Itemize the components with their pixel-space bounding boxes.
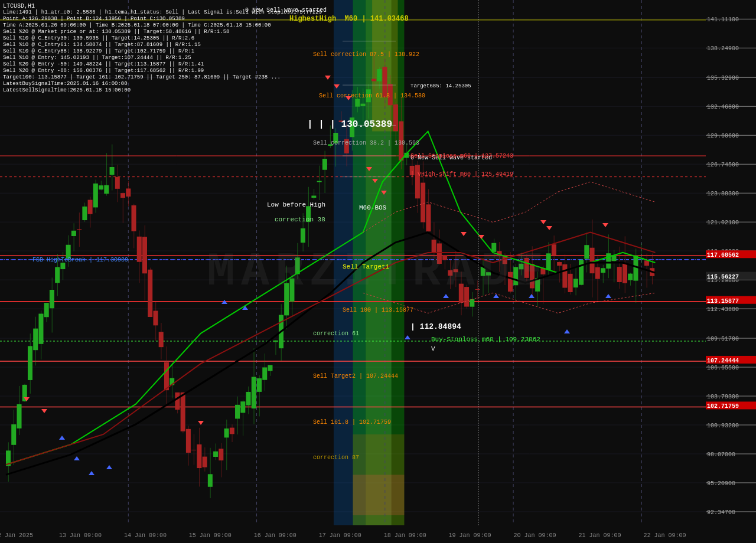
chart-container: MARZITRADE LTCUSD,H1 Line:1491 | h1_atr_…	[0, 0, 756, 543]
price-chart[interactable]	[0, 0, 756, 543]
